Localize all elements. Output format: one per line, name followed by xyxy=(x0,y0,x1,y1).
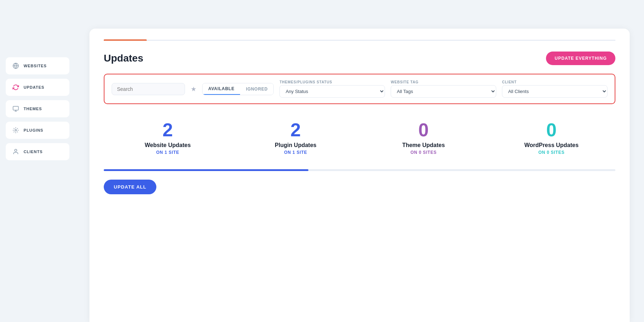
theme-updates-number: 0 xyxy=(367,121,480,139)
status-toggle-group: AVAILABLE IGNORED xyxy=(202,83,274,95)
page-title: Updates xyxy=(104,53,143,64)
wordpress-updates-stat: 0 WordPress Updates ON 0 SITES xyxy=(488,117,616,158)
website-updates-sub: ON 1 SITE xyxy=(111,150,225,155)
sidebar-item-websites[interactable]: WEBSITES xyxy=(6,57,69,74)
update-everything-button[interactable]: UPDATE EVERYTHING xyxy=(546,52,615,65)
client-filter-group: CLIENT All Clients Client A Client B xyxy=(502,80,608,98)
globe-icon xyxy=(12,62,19,69)
update-all-button[interactable]: UPDATE ALL xyxy=(104,180,156,194)
website-updates-stat: 2 Website Updates ON 1 SITE xyxy=(104,117,232,158)
stats-row: 2 Website Updates ON 1 SITE 2 Plugin Upd… xyxy=(104,117,615,158)
plugin-updates-number: 2 xyxy=(239,121,353,139)
sidebar-item-label: CLIENTS xyxy=(24,150,43,154)
star-icon[interactable]: ★ xyxy=(191,85,196,93)
progress-bar xyxy=(104,169,308,171)
plugins-icon xyxy=(12,127,19,134)
website-tag-label: WEBSITE TAG xyxy=(391,80,496,84)
wordpress-updates-number: 0 xyxy=(495,121,609,139)
sidebar-item-plugins[interactable]: PLUGINS xyxy=(6,122,69,139)
sidebar: WEBSITES UPDATES THEMES PLUGINS CLIENTS xyxy=(0,0,75,322)
website-updates-number: 2 xyxy=(111,121,225,139)
website-updates-title: Website Updates xyxy=(111,142,225,148)
status-filter-group: THEMES/PLUGINS STATUS Any Status Up to D… xyxy=(279,80,385,98)
status-select[interactable]: Any Status Up to Date Needs Update xyxy=(279,85,385,98)
client-select[interactable]: All Clients Client A Client B xyxy=(502,85,608,98)
svg-rect-2 xyxy=(13,106,19,110)
tag-filter-group: WEBSITE TAG All Tags Production Staging xyxy=(391,80,496,98)
available-toggle[interactable]: AVAILABLE xyxy=(203,83,240,95)
clients-icon xyxy=(12,148,19,155)
tag-select[interactable]: All Tags Production Staging xyxy=(391,85,496,98)
updates-icon xyxy=(12,84,19,91)
sidebar-item-clients[interactable]: CLIENTS xyxy=(6,143,69,160)
header-row: Updates UPDATE EVERYTHING xyxy=(104,52,615,65)
themes-plugins-status-label: THEMES/PLUGINS STATUS xyxy=(279,80,385,84)
progress-container xyxy=(104,169,615,171)
theme-updates-title: Theme Updates xyxy=(367,142,480,148)
ignored-toggle[interactable]: IGNORED xyxy=(240,83,273,95)
wordpress-updates-sub: ON 0 SITES xyxy=(495,150,609,155)
plugin-updates-stat: 2 Plugin Updates ON 1 SITE xyxy=(232,117,360,158)
sidebar-item-themes[interactable]: THEMES xyxy=(6,100,69,117)
sidebar-item-updates[interactable]: UPDATES xyxy=(6,79,69,96)
main-content: Updates UPDATE EVERYTHING ★ AVAILABLE IG… xyxy=(89,29,630,322)
tab-bar xyxy=(104,39,615,41)
plugin-updates-sub: ON 1 SITE xyxy=(239,150,353,155)
filter-bar: ★ AVAILABLE IGNORED THEMES/PLUGINS STATU… xyxy=(104,74,615,104)
svg-point-6 xyxy=(15,149,17,151)
themes-icon xyxy=(12,105,19,112)
theme-updates-stat: 0 Theme Updates ON 0 SITES xyxy=(360,117,488,158)
sidebar-item-label: UPDATES xyxy=(24,85,44,89)
plugin-updates-title: Plugin Updates xyxy=(239,142,353,148)
theme-updates-sub: ON 0 SITES xyxy=(367,150,480,155)
search-input[interactable] xyxy=(112,83,185,95)
client-label: CLIENT xyxy=(502,80,608,84)
sidebar-item-label: WEBSITES xyxy=(24,64,47,68)
svg-point-5 xyxy=(15,130,17,131)
wordpress-updates-title: WordPress Updates xyxy=(495,142,609,148)
sidebar-item-label: PLUGINS xyxy=(24,128,43,132)
sidebar-item-label: THEMES xyxy=(24,107,42,111)
active-tab-indicator xyxy=(104,39,147,41)
